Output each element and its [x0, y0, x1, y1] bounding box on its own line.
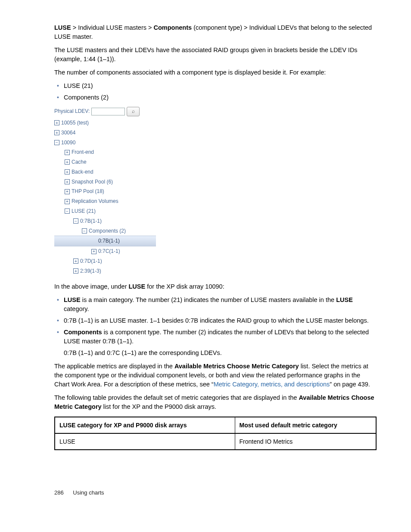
tree-node-replication[interactable]: +Replication Volumes	[54, 196, 156, 206]
search-button[interactable]: ⌕	[127, 107, 140, 116]
tree-node-thp[interactable]: +THP Pool (18)	[54, 187, 156, 196]
tree-node-luse[interactable]: −LUSE (21)	[54, 206, 156, 216]
expand-icon[interactable]: +	[65, 150, 70, 155]
expand-icon[interactable]: +	[73, 268, 78, 274]
expand-icon[interactable]: +	[73, 258, 78, 264]
tree-node-239[interactable]: +2:39(1-3)	[54, 266, 156, 276]
page-footer: 286 Using charts	[54, 489, 377, 497]
table-header: Most used default metric category	[235, 417, 376, 433]
tree-node-frontend[interactable]: +Front-end	[54, 147, 156, 157]
tree-node-snapshot[interactable]: +Snapshot Pool (6)	[54, 177, 156, 187]
chapter-title: Using charts	[73, 489, 104, 496]
expand-icon[interactable]: +	[65, 159, 70, 165]
tree-node-30064[interactable]: +30064	[54, 128, 156, 138]
list-item: Components is a component type. The numb…	[54, 328, 377, 358]
table-header: LUSE category for XP and P9000 disk arra…	[55, 417, 235, 433]
ldev-tree: Physical LDEV: ⌕ +10055 (test) +30064 −1…	[54, 106, 156, 276]
expand-icon[interactable]: +	[65, 169, 70, 174]
tree-node-selected[interactable]: 0:7B(1-1)	[54, 236, 156, 246]
expand-icon[interactable]: +	[54, 120, 59, 125]
expand-icon[interactable]: +	[65, 199, 70, 204]
physical-ldev-input[interactable]	[91, 108, 125, 115]
paragraph-above-image: In the above image, under LUSE for the X…	[54, 282, 377, 291]
page-number: 286	[54, 489, 64, 496]
tree-node-10055[interactable]: +10055 (test)	[54, 118, 156, 128]
tree-node-cache[interactable]: +Cache	[54, 157, 156, 167]
paragraph-table-intro: The following table provides the default…	[54, 393, 377, 411]
metric-category-link[interactable]: Metric Category, metrics, and descriptio…	[214, 381, 330, 388]
expand-icon[interactable]: +	[54, 130, 59, 135]
table-header-row: LUSE category for XP and P9000 disk arra…	[55, 417, 376, 433]
collapse-icon[interactable]: −	[73, 218, 78, 224]
tree-node-components[interactable]: −Components (2)	[54, 226, 156, 236]
tree-node-backend[interactable]: +Back-end	[54, 167, 156, 177]
table-row: LUSE Frontend IO Metrics	[55, 433, 376, 450]
breadcrumb-components: Components	[154, 24, 192, 31]
collapse-icon[interactable]: −	[82, 228, 87, 233]
list-item: LUSE (21)	[54, 81, 377, 90]
list-item: LUSE is a main category. The number (21)…	[54, 296, 377, 314]
table-cell: LUSE	[55, 433, 235, 450]
paragraph-raid: The LUSE masters and their LDEVs have th…	[54, 46, 377, 64]
tree-node-07c[interactable]: +0:7C(1-1)	[54, 246, 156, 256]
breadcrumb-luse: LUSE	[54, 24, 71, 31]
tree-node-07b[interactable]: −0:7B(1-1)	[54, 216, 156, 226]
tree-search-label: Physical LDEV:	[54, 106, 90, 116]
paragraph-metrics: The applicable metrics are displayed in …	[54, 362, 377, 389]
paragraph-count: The number of components associated with…	[54, 68, 377, 77]
tree-node-07d[interactable]: +0:7D(1-1)	[54, 256, 156, 266]
list-item-sub: 0:7B (1–1) and 0:7C (1–1) are the corres…	[64, 348, 377, 358]
tree-node-10090[interactable]: −10090	[54, 138, 156, 148]
breadcrumb-line: LUSE > Individual LUSE masters > Compone…	[54, 23, 377, 41]
description-list: LUSE is a main category. The number (21)…	[54, 296, 377, 358]
table-cell: Frontend IO Metrics	[235, 433, 376, 450]
search-icon: ⌕	[132, 106, 135, 116]
expand-icon[interactable]: +	[65, 179, 70, 184]
metrics-table: LUSE category for XP and P9000 disk arra…	[54, 417, 377, 451]
list-item: Components (2)	[54, 93, 377, 102]
collapse-icon[interactable]: −	[54, 140, 59, 145]
example-list: LUSE (21) Components (2)	[54, 81, 377, 102]
collapse-icon[interactable]: −	[65, 208, 70, 214]
tree-search-row: Physical LDEV: ⌕	[54, 106, 156, 116]
list-item: 0:7B (1–1) is an LUSE master. 1–1 beside…	[54, 316, 377, 325]
expand-icon[interactable]: +	[91, 249, 97, 254]
expand-icon[interactable]: +	[65, 189, 70, 194]
